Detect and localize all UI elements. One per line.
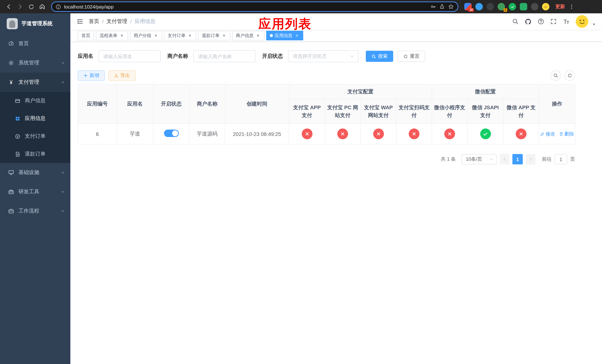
bookmark-star-icon[interactable]	[448, 4, 454, 10]
col-alipay-qr: 支付宝扫码支付	[396, 99, 432, 124]
col-create-time: 创建时间	[225, 84, 289, 124]
reset-button[interactable]: 重置	[398, 51, 425, 62]
toggle-search-button[interactable]	[550, 70, 561, 81]
goto-page-input[interactable]	[555, 154, 567, 164]
sidebar-item-refund-order[interactable]: 退款订单	[0, 145, 70, 163]
forward-icon[interactable]	[15, 1, 25, 12]
reload-icon[interactable]	[26, 1, 36, 12]
tab-user-group[interactable]: 用户分组 ×	[130, 31, 162, 40]
status-label: 开启状态	[262, 53, 283, 60]
sidebar-item-label: 退款订单	[25, 151, 45, 157]
coin-icon	[15, 133, 20, 139]
dashboard-icon	[8, 41, 14, 47]
edit-link[interactable]: 修改	[540, 130, 555, 137]
sidebar-item-pay-order[interactable]: 支付订单	[0, 127, 70, 145]
disabled-icon	[373, 128, 384, 139]
tab-process-form[interactable]: 流程表单 ×	[96, 31, 128, 40]
sidebar-item-infrastructure[interactable]: 基础设施	[0, 163, 70, 182]
home-icon[interactable]	[37, 1, 47, 12]
sidebar-item-label: 支付管理	[19, 79, 56, 86]
browser-update-button[interactable]: 更新	[555, 3, 565, 10]
tab-refund-order[interactable]: 退款订单 ×	[198, 31, 230, 40]
caret-down-icon[interactable]	[592, 22, 596, 26]
address-bar[interactable]: localhost:1024/pay/app	[51, 1, 458, 12]
add-button[interactable]: 新增	[78, 70, 105, 81]
extension-grid-icon[interactable]: 10	[464, 3, 472, 10]
extension-knot-icon[interactable]	[531, 3, 538, 10]
url-text[interactable]: localhost:1024/pay/app	[64, 4, 427, 10]
page-size-select[interactable]: 10条/页	[462, 154, 497, 164]
share-icon[interactable]	[439, 4, 445, 10]
sidebar-item-payment[interactable]: 支付管理	[0, 73, 70, 92]
breadcrumb-separator: /	[102, 19, 104, 24]
sidebar-item-app-info[interactable]: 应用信息	[0, 110, 70, 127]
cell-alipay-pc	[325, 124, 360, 144]
col-app-name: 应用名	[117, 84, 153, 124]
tab-home[interactable]: 首页	[78, 31, 94, 40]
browser-menu-icon[interactable]	[569, 4, 575, 10]
refresh-button[interactable]	[565, 70, 575, 81]
next-page-button[interactable]	[526, 154, 535, 164]
sidebar-item-workflow[interactable]: 工作流程	[0, 202, 70, 221]
screen: localhost:1024/pay/app 10 1	[0, 0, 602, 364]
sidebar-item-system[interactable]: 系统管理	[0, 53, 70, 73]
back-icon[interactable]	[4, 1, 14, 12]
merchant-name-input[interactable]	[193, 50, 256, 62]
header-search-icon[interactable]	[512, 18, 519, 25]
extension-check-icon[interactable]	[509, 3, 516, 10]
annotation-title: 应用列表	[258, 16, 312, 32]
close-icon[interactable]: ×	[153, 33, 159, 38]
sidebar-item-devtools[interactable]: 研发工具	[0, 182, 70, 202]
screenshot-stage: localhost:1024/pay/app 10 1	[0, 0, 602, 364]
user-avatar[interactable]	[576, 15, 588, 28]
status-toggle[interactable]	[164, 130, 179, 137]
col-alipay-app: 支付宝 APP 支付	[289, 99, 325, 124]
search-button[interactable]: 搜索	[366, 51, 393, 62]
close-icon[interactable]: ×	[256, 33, 261, 38]
breadcrumb-section[interactable]: 支付管理	[107, 18, 127, 25]
close-icon[interactable]: ×	[187, 33, 193, 38]
delete-link[interactable]: 删除	[559, 130, 574, 137]
extension-emoji-icon[interactable]	[542, 3, 549, 10]
help-icon[interactable]	[538, 18, 544, 25]
status-select[interactable]: 请选择开启状态	[288, 50, 358, 62]
document-icon	[15, 151, 20, 157]
download-icon	[114, 73, 118, 78]
password-key-icon[interactable]	[430, 4, 436, 10]
cell-app-name: 芋道	[117, 124, 153, 144]
cell-alipay-app	[289, 124, 325, 144]
close-icon[interactable]: ×	[119, 33, 124, 38]
fullscreen-icon[interactable]	[550, 18, 557, 25]
github-icon[interactable]	[525, 18, 532, 25]
extension-dark-icon[interactable]	[486, 3, 494, 10]
merchant-name-label: 商户名称	[167, 53, 188, 60]
col-wechat-app: 微信 APP 支付	[503, 99, 539, 124]
app-logo	[7, 18, 18, 29]
cell-wechat-mini	[432, 124, 467, 144]
site-info-icon[interactable]	[55, 4, 61, 10]
breadcrumb-home[interactable]: 首页	[89, 18, 99, 25]
export-button-label: 导出	[120, 72, 130, 79]
disabled-icon	[444, 128, 455, 139]
app-title: 芋道管理系统	[22, 20, 53, 27]
sidebar-item-home[interactable]: 首页	[0, 34, 70, 53]
font-size-icon[interactable]	[563, 18, 570, 25]
prev-page-button[interactable]	[500, 154, 509, 164]
app-name-input[interactable]	[98, 50, 161, 62]
extension-green-icon[interactable]	[520, 3, 527, 10]
close-icon[interactable]: ×	[294, 33, 300, 38]
tab-pay-order[interactable]: 支付订单 ×	[164, 31, 196, 40]
extension-avatar-icon[interactable]: 1	[498, 3, 505, 10]
col-alipay-wap: 支付宝 WAP 网站支付	[360, 99, 396, 124]
sidebar-collapse-icon[interactable]	[76, 18, 84, 25]
page-number-button[interactable]: 1	[512, 154, 523, 164]
sidebar-item-merchant-info[interactable]: 商户信息	[0, 92, 70, 110]
export-button[interactable]: 导出	[108, 70, 136, 81]
chevron-down-icon	[61, 190, 65, 194]
close-icon[interactable]: ×	[221, 33, 226, 38]
page-content: 应用名 商户名称 开启状态 请选择开启状态	[70, 42, 602, 364]
col-app-id: 应用编号	[78, 84, 117, 124]
extension-drop-icon[interactable]	[475, 3, 483, 10]
cell-alipay-qr	[396, 124, 432, 144]
plus-icon	[83, 73, 88, 78]
